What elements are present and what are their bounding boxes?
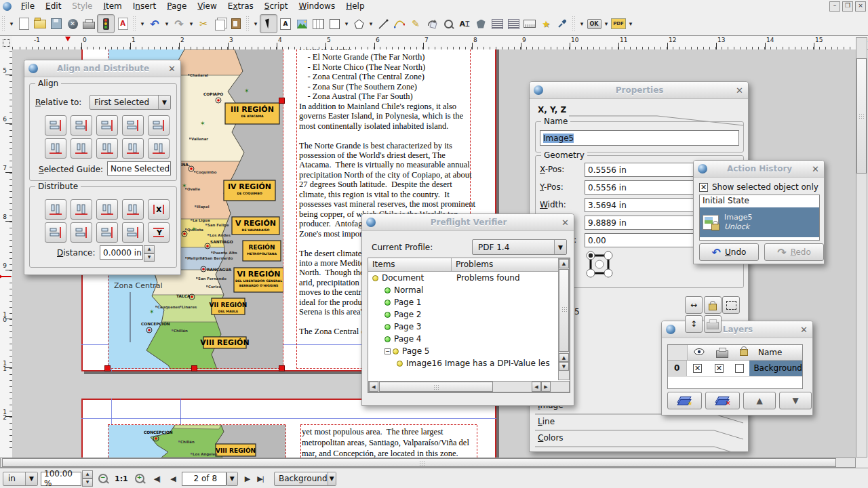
align-option-button[interactable] (148, 138, 170, 159)
menu-item-page[interactable]: Page (161, 1, 192, 12)
dropdown-arrow-button[interactable]: ▾ (627, 15, 635, 33)
close-button[interactable]: × (855, 1, 866, 12)
dropdown-arrow-button[interactable]: ▾ (252, 15, 260, 33)
unit-selector[interactable]: in▼ (3, 472, 38, 486)
distribute-option-button[interactable] (122, 222, 144, 243)
copy-properties-button[interactable]: ★ (538, 15, 554, 33)
select-tool-button[interactable] (260, 14, 277, 33)
layer-row[interactable]: 0✕✕Background (668, 361, 802, 377)
paste-button[interactable] (228, 15, 244, 33)
history-item-selected[interactable]: Image5Unlock (700, 207, 819, 237)
align-option-button[interactable] (96, 115, 118, 136)
next-page-button[interactable]: ▶ (245, 474, 250, 483)
freehand-button[interactable]: ✎ (408, 15, 424, 33)
align-titlebar[interactable]: Align and Distribute ✕ (24, 60, 180, 77)
redo-button[interactable]: ↷ (171, 15, 187, 33)
dropdown-arrow-button[interactable]: ▾ (578, 15, 586, 33)
menu-item-item[interactable]: Item (98, 1, 127, 12)
close-document-button[interactable]: ✕ (64, 15, 81, 33)
toolbar-handle[interactable] (1, 16, 6, 32)
image-frame-button[interactable] (294, 15, 310, 33)
preflight-table[interactable]: Items Problems DocumentProblems foundNor… (368, 258, 570, 393)
distance-spinner[interactable]: ▲▼ (144, 245, 155, 262)
layer-lock-checkbox[interactable] (735, 364, 744, 373)
print-button[interactable] (81, 15, 97, 33)
preflight-row[interactable]: −Page 5 (368, 345, 570, 357)
line-button[interactable] (375, 15, 391, 33)
ruler-origin-box[interactable] (0, 36, 13, 50)
menu-item-file[interactable]: File (16, 1, 40, 12)
dropdown-arrow-button[interactable]: ▾ (602, 15, 610, 33)
distribute-option-button[interactable] (71, 199, 92, 220)
flip-horizontal-button[interactable]: ↔ (685, 296, 703, 314)
rotate-button[interactable] (424, 15, 440, 33)
align-option-button[interactable] (45, 138, 66, 159)
close-icon[interactable]: ✕ (800, 325, 808, 335)
zoom-1to1-button[interactable]: 1:1 (115, 474, 128, 483)
last-page-button[interactable]: ▶▏ (257, 474, 267, 483)
open-button[interactable] (32, 15, 48, 33)
export-pdf-button[interactable]: A (115, 15, 131, 33)
align-option-button[interactable] (45, 115, 66, 136)
align-option-button[interactable] (71, 115, 92, 136)
first-page-button[interactable]: ◀▏ (154, 474, 164, 483)
history-item[interactable]: Initial State (700, 195, 819, 207)
preflight-row[interactable]: Page 1 (368, 296, 570, 308)
preflight-row[interactable]: Page 4 (368, 333, 570, 345)
new-document-button[interactable] (16, 15, 32, 33)
text-frame-button[interactable]: A (277, 15, 294, 33)
canvas-vscrollbar[interactable] (856, 37, 867, 458)
align-option-button[interactable] (71, 138, 92, 159)
enable-printing-button[interactable] (704, 315, 722, 333)
zoom-level-field[interactable]: 100.00 % (41, 472, 81, 486)
lower-layer-button[interactable]: ▼ (779, 392, 812, 409)
distribute-option-button[interactable]: Y (148, 222, 170, 243)
delete-layer-button[interactable]: ✕ (705, 392, 740, 409)
layers-table[interactable]: Name 0✕✕Background (667, 344, 803, 389)
history-list[interactable]: Initial StateImage5Unlock (699, 195, 820, 241)
selection-handle[interactable] (279, 365, 285, 371)
menu-item-help[interactable]: Help (340, 1, 370, 12)
pdf-text-field-button[interactable]: PDF (610, 15, 627, 33)
distribute-option-button[interactable] (96, 222, 118, 243)
edit-contents-button[interactable]: A⌶ (456, 15, 473, 33)
page-selector-arrow[interactable]: ▼ (226, 472, 238, 486)
lock-object-button[interactable] (704, 296, 722, 314)
profile-combo[interactable]: PDF 1.4 ▼ (472, 239, 567, 255)
action-history-titlebar[interactable]: Action History ✕ (694, 161, 824, 178)
distribute-option-button[interactable] (45, 222, 66, 243)
zoom-button[interactable] (440, 15, 456, 33)
preflight-titlebar[interactable]: Preflight Verifier ✕ (362, 214, 574, 231)
chile-map-image-page2[interactable]: VIII REGIÓNCONCEPCIÓNChillánLos Angeles (108, 425, 285, 458)
close-icon[interactable]: ✕ (812, 164, 819, 174)
menu-item-windows[interactable]: Windows (294, 1, 341, 12)
align-option-button[interactable] (148, 115, 170, 136)
menu-item-insert[interactable]: Insert (127, 1, 161, 12)
page2-text-frame[interactable]: yet most populous area. The three larges… (302, 426, 475, 458)
distance-field[interactable]: 0.0000 in (100, 245, 143, 260)
properties-titlebar[interactable]: Properties ✕ (530, 82, 748, 99)
align-option-button[interactable] (122, 138, 144, 159)
measurements-button[interactable] (521, 15, 538, 33)
distribute-option-button[interactable] (71, 222, 92, 243)
save-button[interactable] (48, 15, 64, 33)
align-option-button[interactable] (122, 115, 144, 136)
toolbar-handle[interactable] (245, 16, 250, 32)
vertical-ruler[interactable]: 56789101112 (0, 49, 13, 458)
previous-page-button[interactable]: ◀ (170, 474, 176, 483)
close-icon[interactable]: ✕ (168, 64, 176, 74)
dropdown-arrow-button[interactable]: ▾ (7, 15, 16, 33)
maximize-button[interactable]: ❐ (842, 1, 853, 12)
layer-print-checkbox[interactable]: ✕ (715, 364, 724, 373)
undo-button[interactable]: ↶ (146, 15, 163, 33)
selection-handle[interactable] (279, 98, 285, 104)
zoom-in-icon[interactable]: + (135, 474, 144, 483)
toolbar-handle[interactable] (572, 16, 576, 32)
preflight-row[interactable]: Page 3 (368, 321, 570, 333)
copy-button[interactable] (212, 15, 228, 33)
canvas-hscrollbar[interactable] (0, 458, 856, 468)
zoom-out-icon[interactable]: − (98, 474, 108, 483)
table-button[interactable] (310, 15, 326, 33)
pdf-push-button-button[interactable]: OK (586, 15, 602, 33)
dropdown-arrow-button[interactable]: ▾ (187, 15, 195, 33)
